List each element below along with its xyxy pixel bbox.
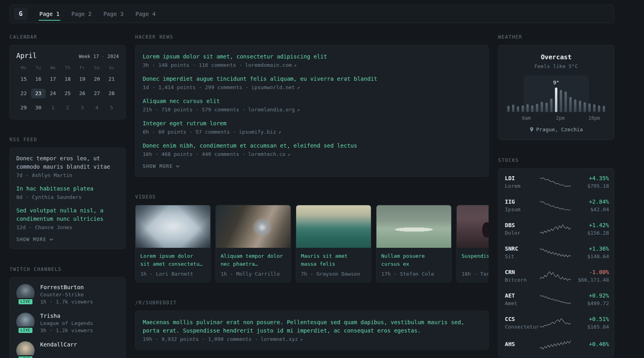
video-body: Lorem ipsum dolor sit amet consectetu… 1… [136,248,210,282]
video-meta: 1h · Lori Barnett [140,271,206,277]
stock-row[interactable]: DBS Dolor +1.42% $156.28 [505,222,607,236]
stock-sparkline [540,294,571,305]
hackernews-card: Lorem ipsum dolor sit amet, consectetur … [135,45,489,177]
stock-row[interactable]: AHS +0.46% [505,339,607,350]
chevron-down-icon [176,165,180,167]
day-of-week-label: Su [104,65,119,70]
stock-values: +4.35% $795.18 [571,175,609,189]
rss-show-more-button[interactable]: SHOW MORE [16,237,53,242]
calendar-day: 17 [46,74,60,84]
calendar-day-headers: MoTuWeThFrSaSu [16,65,119,70]
avatar-wrap: LIVE [16,313,35,333]
avatar-wrap: LIVE [16,284,35,305]
stock-row[interactable]: AET Amet +0.92% $499.72 [505,292,607,306]
stocks-card: LDI Lorem +4.35% $795.18 [498,168,614,357]
stock-row[interactable]: SNRC Sit +1.36% $148.64 [505,245,607,259]
weather-card: Overcast Feels like 5°C 9° 6am2pm10pm Pr… [498,45,614,140]
hackernews-item-domain[interactable]: loremtech.co [248,151,285,157]
twitch-channel-name: KendallCarr [40,341,77,348]
hackernews-item-domain[interactable]: ipsumify.biz [239,129,276,135]
calendar-week-label: Week 17 [79,54,99,59]
avatar-wrap: LIVE [16,341,35,358]
hackernews-item-domain[interactable]: loremlandia.org [248,107,295,113]
hackernews-item: Aliquam nec cursus elit 21h · 710 points… [143,97,481,113]
hackernews-item-stats: 6h · 60 points · 57 comments · [143,129,236,135]
weather-time-labels: 6am2pm10pm [505,115,607,122]
video-card[interactable]: Nullam posuere cursus ex 17h · Stefan Co… [376,205,452,282]
calendar-day: 29 [16,103,31,113]
hackernews-item-title[interactable]: Integer eget rutrum lorem [143,119,481,128]
stock-values: +1.42% $156.28 [571,222,609,236]
video-body: Nullam posuere cursus ex 17h · Stefan Co… [376,248,451,282]
video-meta: 17h · Stefan Cole [381,271,446,277]
calendar-day: 27 [89,89,104,98]
video-thumbnail [296,205,371,248]
rss-item-title[interactable]: Sed volutpat nulla nisl, a condimentum n… [16,206,119,223]
hackernews-item-title[interactable]: Lorem ipsum dolor sit amet, consectetur … [143,53,481,61]
stocks-section-title: STOCKS [498,158,614,163]
stock-row[interactable]: CRN Bitcorn -1.00% $66,171.48 [505,269,607,283]
subreddit-item: Maecenas mollis pulvinar erat non posuer… [143,318,481,342]
subreddit-widget: /R/SUBREDDIT Maecenas mollis pulvinar er… [135,300,489,350]
page-tab[interactable]: Page 1 [39,5,60,23]
hackernews-item-domain[interactable]: loremdomain.com [245,62,291,68]
external-link-icon: ↗ [294,62,297,68]
stock-change: +0.51% [571,316,609,322]
twitch-channel-row[interactable]: LIVE KendallCarr [16,341,119,358]
calendar-day: 5 [104,103,119,113]
video-card[interactable]: Lorem ipsum dolor sit amet consectetu… 1… [135,205,211,282]
app-logo[interactable]: G [14,8,27,20]
page-tab[interactable]: Page 3 [103,5,124,23]
stock-price: $156.28 [571,230,609,236]
stock-symbol: CCS [505,316,540,322]
chevron-down-icon [49,238,53,241]
video-body: Mauris sit amet massa felis 7h · Grayson… [296,248,371,282]
page-tab[interactable]: Page 2 [71,5,93,23]
rss-item-title[interactable]: Donec tempor eros leo, ut commodo mauris… [16,154,119,171]
hackernews-item-title[interactable]: Donec imperdiet augue tincidunt felis al… [143,75,481,83]
stock-change: +0.46% [571,341,609,347]
stock-row[interactable]: LDI Lorem +4.35% $795.18 [505,175,607,189]
rss-item-meta: 8d · Cynthia Saunders [16,194,119,200]
hackernews-item: Donec enim nibh, condimentum et accumsan… [143,142,481,157]
hackernews-item-meta: 16h · 468 points · 440 comments · loremt… [143,151,481,157]
video-meta: 1h · Molly Carrillo [221,271,286,277]
video-thumbnail [216,205,291,248]
weather-location: Prague, Czechia [536,126,583,132]
subreddit-card: Maecenas mollis pulvinar erat non posuer… [135,311,489,350]
twitch-channel-row[interactable]: LIVE ForrestBurton Counter-Strike 1h · 1… [16,284,119,305]
subreddit-item-domain[interactable]: loremnet.xyz [261,336,298,342]
stock-id: SNRC Sit [505,245,540,259]
external-link-icon: ↗ [297,107,300,113]
rss-item-meta: 7d · Ashlyn Martin [16,172,119,178]
hackernews-show-more-button[interactable]: SHOW MORE [143,163,180,169]
video-card[interactable]: Suspendisse diam 18h · Tara [456,205,489,282]
twitch-channel-row[interactable]: LIVE Trisha League of Legends 3h · 1.2k … [16,313,119,333]
hackernews-item-title[interactable]: Aliquam nec cursus elit [143,97,481,105]
stock-row[interactable]: CCS Consectetur +0.51% $165.84 [505,316,607,330]
video-body: Aliquam tempor dolor nec phaetra… 1h · M… [216,248,291,282]
stock-change: +0.92% [571,292,609,299]
calendar-day: 22 [16,89,31,98]
live-badge: LIVE [17,355,34,358]
calendar-day: 1 [46,103,60,113]
rss-item-title[interactable]: In hac habitasse platea [16,185,119,193]
stock-row[interactable]: IIG Ipsum +2.84% $42.04 [505,198,607,212]
live-badge: LIVE [17,327,34,334]
stock-name: Ipsum [505,206,540,212]
hackernews-item: Integer eget rutrum lorem 6h · 60 points… [143,119,481,135]
calendar-day: 24 [46,89,60,98]
hackernews-item-domain[interactable]: ipsumworld.net [251,84,295,90]
stock-sparkline [540,270,571,282]
subreddit-item-title[interactable]: Maecenas mollis pulvinar erat non posuer… [143,318,481,335]
video-title: Aliquam tempor dolor nec phaetra… [221,252,286,268]
stock-name: Consectetur [505,324,540,330]
hackernews-item: Donec imperdiet augue tincidunt felis al… [143,75,481,90]
video-card[interactable]: Aliquam tempor dolor nec phaetra… 1h · M… [215,205,291,282]
stock-id: LDI Lorem [505,175,540,189]
stock-id: CRN Bitcorn [505,269,540,283]
page-tab[interactable]: Page 4 [135,5,157,23]
dot-separator: · [102,54,105,59]
hackernews-item-title[interactable]: Donec enim nibh, condimentum et accumsan… [143,142,481,150]
video-card[interactable]: Mauris sit amet massa felis 7h · Grayson… [296,205,371,282]
